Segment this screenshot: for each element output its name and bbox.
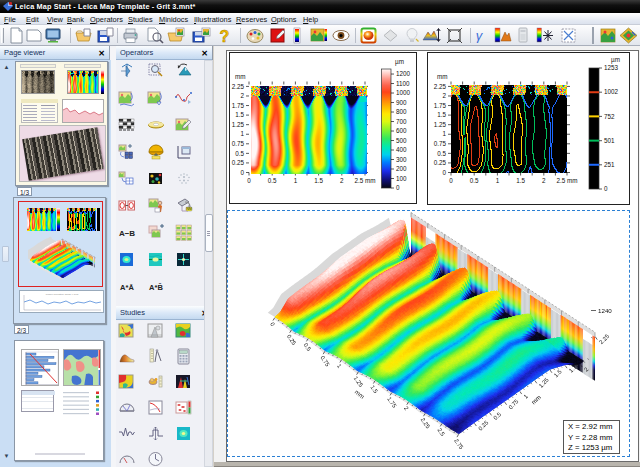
svg-text:0: 0 [240,169,244,176]
svg-text:1: 1 [294,177,298,184]
svg-text:0: 0 [247,177,251,184]
svg-text:2.5 mm: 2.5 mm [355,177,376,184]
svg-text:1100: 1100 [396,80,410,87]
svg-text:600: 600 [396,127,407,134]
svg-text:0.5: 0.5 [268,177,277,184]
svg-text:2.25: 2.25 [232,83,245,90]
svg-text:mm: mm [437,73,448,80]
svg-text:0.75: 0.75 [232,140,245,147]
svg-text:Profile curvature along X axis: Profile curvature along X axis [46,293,79,296]
svg-text:300: 300 [396,156,407,163]
svg-text:1.5: 1.5 [437,111,446,118]
svg-text:501: 501 [604,137,615,144]
svg-text:µm: µm [611,56,620,64]
svg-text:100: 100 [396,175,407,182]
svg-text:752: 752 [604,113,615,120]
svg-text:mm: mm [235,73,246,80]
svg-text:A*B̄: A*B̄ [149,283,163,292]
svg-text:1200: 1200 [396,70,411,77]
svg-text:0.75: 0.75 [434,140,447,147]
svg-text:0.5: 0.5 [437,150,446,157]
svg-text:800: 800 [396,108,407,115]
svg-text:1.75: 1.75 [434,102,447,109]
svg-text:1: 1 [496,177,500,184]
svg-text:0.5: 0.5 [235,150,244,157]
svg-text:?: ? [220,28,230,45]
svg-text:0: 0 [449,177,453,184]
svg-text:1.5: 1.5 [516,177,525,184]
svg-text:γ: γ [476,28,484,43]
svg-text:1000: 1000 [396,89,411,96]
svg-text:1253: 1253 [604,64,619,71]
svg-text:2: 2 [340,177,344,184]
svg-text:400: 400 [396,146,407,153]
svg-text:A−B: A−B [119,229,135,238]
svg-text:2: 2 [542,177,546,184]
svg-text:1002: 1002 [604,88,619,95]
svg-text:2.5 mm: 2.5 mm [557,177,578,184]
svg-text:0.5: 0.5 [470,177,479,184]
svg-text:µm: µm [395,58,404,66]
svg-text:500: 500 [396,137,407,144]
svg-text:2: 2 [240,92,244,99]
svg-text:0: 0 [442,169,446,176]
svg-text:1.25: 1.25 [232,121,245,128]
svg-text:900: 900 [396,99,407,106]
svg-text:1: 1 [442,130,446,137]
svg-text:1: 1 [240,130,244,137]
svg-text:2.25: 2.25 [434,83,447,90]
svg-text:0: 0 [604,185,608,192]
svg-text:2: 2 [442,92,446,99]
svg-text:A*Ā: A*Ā [120,283,134,292]
svg-text:NM: NM [186,207,192,211]
svg-text:1.5: 1.5 [314,177,323,184]
svg-text:700: 700 [396,118,407,125]
svg-text:0.25: 0.25 [232,159,245,166]
svg-text:1.25: 1.25 [434,121,447,128]
svg-text:1.75: 1.75 [232,102,245,109]
svg-text:0: 0 [396,184,400,191]
svg-text:251: 251 [604,161,615,168]
svg-text:200: 200 [396,165,407,172]
svg-text:1.5: 1.5 [235,111,244,118]
svg-text:0.25: 0.25 [434,159,447,166]
